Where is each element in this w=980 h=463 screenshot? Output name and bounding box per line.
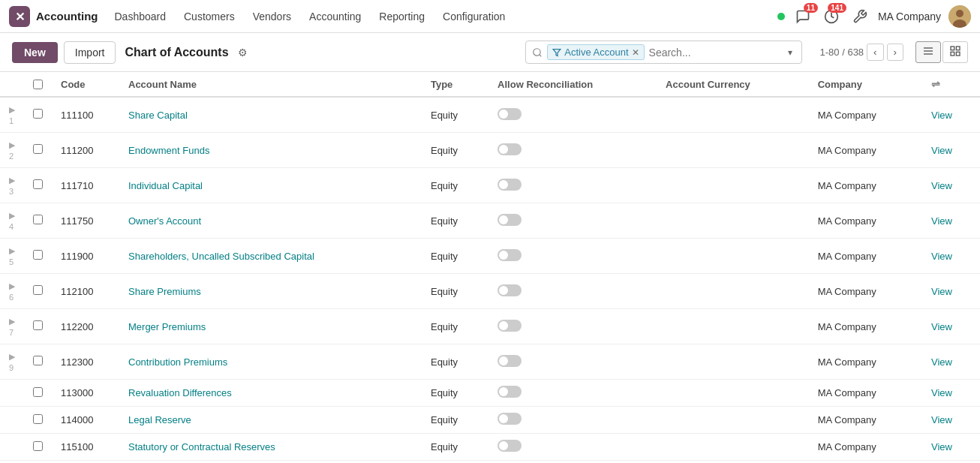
view-link[interactable]: View: [931, 251, 952, 262]
row-allow-reconciliation-cell[interactable]: [488, 133, 657, 168]
expand-icon[interactable]: ▶ 5: [9, 246, 15, 266]
row-checkbox-cell[interactable]: [24, 344, 52, 380]
row-checkbox[interactable]: [33, 387, 43, 397]
row-allow-reconciliation-cell[interactable]: [488, 344, 657, 380]
column-settings-icon[interactable]: ⇌: [931, 78, 940, 90]
row-checkbox[interactable]: [33, 250, 43, 260]
row-checkbox[interactable]: [33, 414, 43, 424]
row-account-name-cell[interactable]: Optional Reserves: [119, 461, 422, 464]
row-expand-cell[interactable]: [0, 434, 24, 461]
expand-icon[interactable]: ▶ 4: [9, 211, 15, 231]
row-checkbox[interactable]: [33, 320, 43, 330]
view-link[interactable]: View: [931, 321, 952, 332]
search-input[interactable]: [649, 47, 780, 59]
allow-reconciliation-toggle[interactable]: [498, 320, 522, 332]
expand-icon[interactable]: ▶ 7: [9, 317, 15, 337]
row-view-cell[interactable]: View: [922, 380, 980, 407]
row-view-cell[interactable]: View: [922, 239, 980, 274]
row-checkbox-cell[interactable]: [24, 203, 52, 239]
user-avatar[interactable]: [948, 5, 971, 28]
row-checkbox-cell[interactable]: [24, 461, 52, 464]
expand-icon[interactable]: ▶ 3: [9, 176, 15, 196]
row-expand-cell[interactable]: [0, 380, 24, 407]
row-checkbox-cell[interactable]: [24, 239, 52, 274]
row-allow-reconciliation-cell[interactable]: [488, 407, 657, 434]
view-link[interactable]: View: [931, 441, 952, 452]
row-allow-reconciliation-cell[interactable]: [488, 309, 657, 344]
row-allow-reconciliation-cell[interactable]: [488, 203, 657, 239]
list-view-button[interactable]: [915, 41, 941, 63]
allow-reconciliation-toggle[interactable]: [498, 355, 522, 367]
row-expand-cell[interactable]: [0, 407, 24, 434]
row-checkbox[interactable]: [33, 179, 43, 189]
row-view-cell[interactable]: View: [922, 168, 980, 203]
company-name[interactable]: MA Company: [878, 11, 941, 23]
search-dropdown-button[interactable]: ▾: [785, 46, 795, 59]
row-expand-cell[interactable]: ▶ 6: [0, 274, 24, 309]
nav-configuration[interactable]: Configuration: [435, 8, 513, 26]
view-link[interactable]: View: [931, 110, 952, 121]
settings-gear-icon[interactable]: ⚙: [238, 47, 248, 59]
clock-icon-btn[interactable]: 141: [821, 6, 842, 27]
row-view-cell[interactable]: View: [922, 97, 980, 133]
row-view-cell[interactable]: View: [922, 309, 980, 344]
row-account-name-cell[interactable]: Legal Reserve: [119, 407, 422, 434]
row-expand-cell[interactable]: ▶ 1: [0, 97, 24, 133]
row-checkbox-cell[interactable]: [24, 309, 52, 344]
expand-icon[interactable]: ▶ 1: [9, 105, 15, 125]
app-title[interactable]: Accounting: [36, 10, 98, 23]
view-link[interactable]: View: [931, 180, 952, 191]
row-account-name-cell[interactable]: Share Capital: [119, 97, 422, 133]
col-settings-header[interactable]: ⇌: [922, 72, 980, 97]
row-view-cell[interactable]: View: [922, 203, 980, 239]
row-account-name-cell[interactable]: Merger Premiums: [119, 309, 422, 344]
row-account-name-cell[interactable]: Share Premiums: [119, 274, 422, 309]
row-account-name-cell[interactable]: Contribution Premiums: [119, 344, 422, 380]
allow-reconciliation-toggle[interactable]: [498, 386, 522, 398]
import-button[interactable]: Import: [64, 41, 116, 64]
row-checkbox[interactable]: [33, 441, 43, 451]
row-account-name-cell[interactable]: Endowment Funds: [119, 133, 422, 168]
row-allow-reconciliation-cell[interactable]: [488, 168, 657, 203]
view-link[interactable]: View: [931, 356, 952, 368]
row-expand-cell[interactable]: ▶ 5: [0, 239, 24, 274]
row-checkbox-cell[interactable]: [24, 407, 52, 434]
row-account-name-cell[interactable]: Individual Capital: [119, 168, 422, 203]
row-expand-cell[interactable]: ▶ 2: [0, 133, 24, 168]
row-checkbox-cell[interactable]: [24, 168, 52, 203]
row-checkbox[interactable]: [33, 144, 43, 154]
row-account-name-cell[interactable]: Owner's Account: [119, 203, 422, 239]
row-expand-cell[interactable]: ▶ 7: [0, 309, 24, 344]
view-link[interactable]: View: [931, 414, 952, 425]
row-checkbox[interactable]: [33, 109, 43, 119]
expand-icon[interactable]: ▶ 2: [9, 140, 15, 161]
allow-reconciliation-toggle[interactable]: [498, 284, 522, 296]
row-checkbox-cell[interactable]: [24, 434, 52, 461]
row-account-name-cell[interactable]: Statutory or Contractual Reserves: [119, 434, 422, 461]
row-allow-reconciliation-cell[interactable]: [488, 380, 657, 407]
row-checkbox-cell[interactable]: [24, 97, 52, 133]
row-view-cell[interactable]: View: [922, 344, 980, 380]
allow-reconciliation-toggle[interactable]: [498, 179, 522, 191]
row-checkbox[interactable]: [33, 285, 43, 295]
row-allow-reconciliation-cell[interactable]: [488, 434, 657, 461]
view-link[interactable]: View: [931, 215, 952, 227]
row-expand-cell[interactable]: ▶ 3: [0, 168, 24, 203]
grid-view-button[interactable]: [942, 41, 968, 63]
app-logo[interactable]: ✕: [9, 6, 30, 27]
expand-icon[interactable]: ▶ 9: [9, 352, 15, 372]
nav-dashboard[interactable]: Dashboard: [107, 8, 174, 26]
select-all-checkbox[interactable]: [33, 80, 43, 89]
row-allow-reconciliation-cell[interactable]: [488, 461, 657, 464]
row-view-cell[interactable]: View: [922, 274, 980, 309]
nav-customers[interactable]: Customers: [176, 8, 242, 26]
filter-close-icon[interactable]: ✕: [632, 47, 639, 58]
row-account-name-cell[interactable]: Revaluation Differences: [119, 380, 422, 407]
row-allow-reconciliation-cell[interactable]: [488, 239, 657, 274]
row-view-cell[interactable]: View: [922, 407, 980, 434]
view-link[interactable]: View: [931, 145, 952, 156]
allow-reconciliation-toggle[interactable]: [498, 413, 522, 425]
nav-accounting[interactable]: Accounting: [302, 8, 368, 26]
row-view-cell[interactable]: View: [922, 133, 980, 168]
row-checkbox-cell[interactable]: [24, 380, 52, 407]
